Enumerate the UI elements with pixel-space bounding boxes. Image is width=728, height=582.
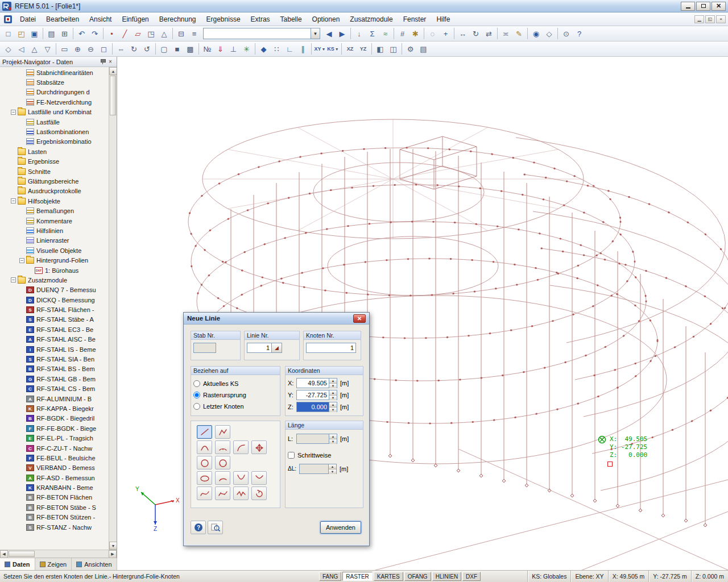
line-type-line-button[interactable] bbox=[197, 425, 212, 439]
dialog-close-icon[interactable]: ✕ bbox=[353, 314, 366, 323]
render-mode-button[interactable]: ⊙ bbox=[560, 27, 573, 40]
line-type-polyline-button[interactable] bbox=[215, 425, 230, 439]
select-all-button[interactable]: + bbox=[439, 27, 452, 40]
tree-item[interactable]: Lasten bbox=[0, 147, 109, 156]
spinner[interactable]: ▲▼ bbox=[329, 378, 337, 388]
line-type-ellipse-button[interactable] bbox=[197, 471, 212, 485]
tree-item[interactable]: Lastkombinationen bbox=[0, 127, 109, 136]
previous-selection-button[interactable]: ◀ bbox=[322, 27, 336, 40]
user-views-button[interactable]: ◇ bbox=[543, 27, 556, 40]
copy-model-button[interactable]: ⊞ bbox=[58, 27, 71, 40]
new-node-button[interactable]: • bbox=[105, 27, 118, 40]
results-button[interactable]: ≈ bbox=[379, 27, 392, 40]
tree-item[interactable]: Ergebnisse bbox=[0, 157, 109, 167]
menu-einfügen[interactable]: Einfügen bbox=[117, 13, 154, 26]
tree-item[interactable]: −Lastfälle und Kombinat bbox=[0, 107, 109, 117]
radio-input[interactable] bbox=[193, 403, 200, 410]
rotate-view-button[interactable]: ↻ bbox=[127, 43, 140, 56]
restore-button[interactable] bbox=[696, 2, 710, 11]
coordinate-system-button[interactable]: KS▼ bbox=[326, 43, 340, 56]
previous-view-button[interactable]: ↺ bbox=[140, 43, 154, 56]
tables-button[interactable]: ⊟ bbox=[175, 27, 188, 40]
tree-item[interactable]: GRF-STAHL GB - Bem bbox=[0, 374, 109, 384]
mdi-minimize-button[interactable]: ▁ bbox=[694, 15, 704, 23]
tree-item[interactable]: KKRANBAHN - Beme bbox=[0, 483, 109, 492]
move-copy-button[interactable]: ↔ bbox=[456, 27, 469, 40]
tree-item[interactable]: Glättungsbereiche bbox=[0, 176, 109, 186]
transparent-display-button[interactable]: ▩ bbox=[184, 43, 197, 56]
linie-nr-input[interactable] bbox=[247, 343, 272, 353]
minimize-button[interactable] bbox=[681, 2, 695, 11]
tree-expander-icon[interactable]: − bbox=[11, 110, 16, 115]
details-button[interactable] bbox=[208, 521, 223, 534]
snap-button[interactable]: ◆ bbox=[257, 43, 270, 56]
navigator-tab-ansichten[interactable]: Ansichten bbox=[72, 558, 117, 570]
tree-item[interactable]: Ergebniskombinatio bbox=[0, 137, 109, 147]
anwenden-button[interactable]: Anwenden bbox=[320, 521, 361, 534]
tree-item[interactable]: BRF-BETON Stäbe - S bbox=[0, 502, 109, 512]
line-type-circle-3-points-button[interactable] bbox=[215, 456, 230, 469]
new-surface-button[interactable]: ▱ bbox=[131, 27, 144, 40]
work-plane-button[interactable]: XY▼ bbox=[313, 43, 326, 56]
generate-model-button[interactable]: ✱ bbox=[409, 27, 422, 40]
grid-button[interactable]: ∷ bbox=[270, 43, 283, 56]
line-type-circle-button[interactable] bbox=[197, 456, 212, 469]
undo-button[interactable]: ↶ bbox=[75, 27, 88, 40]
save-file-button[interactable]: ▣ bbox=[28, 27, 41, 40]
close-button[interactable]: ✕ bbox=[712, 2, 726, 11]
view-in-y-button[interactable]: △ bbox=[28, 43, 41, 56]
new-support-button[interactable]: △ bbox=[158, 27, 171, 40]
tree-item[interactable]: CRF-C-ZU-T - Nachw bbox=[0, 443, 109, 453]
tree-item[interactable]: FE-Netzverdichtung bbox=[0, 97, 109, 107]
help-button[interactable]: ? bbox=[191, 521, 206, 534]
tree-item[interactable]: SRF-STANZ - Nachw bbox=[0, 522, 109, 532]
toggle-raster[interactable]: RASTER bbox=[342, 572, 373, 581]
guidelines-button[interactable]: ∥ bbox=[296, 43, 309, 56]
tree-item[interactable]: Hilfslinien bbox=[0, 226, 109, 235]
show-supports-button[interactable]: ⊥ bbox=[227, 43, 240, 56]
dropdown-icon[interactable]: ▼ bbox=[335, 47, 339, 51]
toggle-hlinien[interactable]: HLINIEN bbox=[432, 572, 461, 581]
tree-item[interactable]: −Hintergrund-Folien bbox=[0, 255, 109, 265]
view-combobox[interactable]: ▼ bbox=[203, 28, 320, 39]
navigator-tab-zeigen[interactable]: Zeigen bbox=[35, 558, 72, 570]
print-button[interactable]: ▤ bbox=[45, 27, 58, 40]
coordinate-input[interactable] bbox=[296, 390, 329, 400]
dialog-title-bar[interactable]: Neue Linie ✕ bbox=[184, 313, 369, 325]
zoom-window-button[interactable]: ▭ bbox=[58, 43, 71, 56]
tree-item[interactable]: Linienraster bbox=[0, 236, 109, 246]
menu-zusatzmodule[interactable]: Zusatzmodule bbox=[345, 13, 398, 26]
tree-item[interactable]: Durchdringungen d bbox=[0, 88, 109, 97]
rotate-button[interactable]: ↻ bbox=[469, 27, 482, 40]
tree-expander-icon[interactable]: − bbox=[11, 198, 16, 203]
tree-item[interactable]: ARF-ASD - Bemessun bbox=[0, 473, 109, 483]
tree-item[interactable]: SRF-STAHL Flächen - bbox=[0, 305, 109, 314]
radio-letzter-knoten[interactable]: Letzter Knoten bbox=[193, 401, 278, 412]
fe-mesh-button[interactable]: # bbox=[396, 27, 409, 40]
toggle-ofang[interactable]: OFANG bbox=[404, 572, 431, 581]
tree-expander-icon[interactable]: − bbox=[19, 258, 24, 263]
tree-item[interactable]: KRF-KAPPA - Biegekr bbox=[0, 404, 109, 413]
tree-item[interactable]: −Hilfsobjekte bbox=[0, 196, 109, 206]
redo-button[interactable]: ↷ bbox=[88, 27, 101, 40]
tree-horizontal-scrollbar[interactable]: ◀ ▶ bbox=[0, 550, 117, 558]
new-line-button[interactable]: ╱ bbox=[118, 27, 131, 40]
load-cases-button[interactable]: ↓ bbox=[353, 27, 366, 40]
coordinate-input[interactable] bbox=[296, 378, 329, 388]
coordinate-input[interactable] bbox=[296, 402, 329, 412]
tree-item[interactable]: BRF-STAHL BS - Bem bbox=[0, 364, 109, 374]
tree-item[interactable]: SRF-STAHL SIA - Ben bbox=[0, 354, 109, 364]
select-button[interactable]: ◌ bbox=[426, 27, 439, 40]
line-type-parabola-button[interactable] bbox=[233, 471, 249, 485]
menu-hilfe[interactable]: Hilfe bbox=[431, 13, 455, 26]
toggle-fang[interactable]: FANG bbox=[319, 572, 341, 581]
tree-item[interactable]: IRF-STAHL IS - Beme bbox=[0, 344, 109, 354]
menu-datei[interactable]: Datei bbox=[15, 13, 41, 26]
radio-input[interactable] bbox=[193, 392, 200, 398]
dimension-button[interactable]: ≍ bbox=[499, 27, 512, 40]
mdi-close-button[interactable]: × bbox=[716, 15, 726, 23]
menu-berechnung[interactable]: Berechnung bbox=[154, 13, 201, 26]
tree-item[interactable]: ARF-STAHL AISC - Be bbox=[0, 335, 109, 344]
tree-item[interactable]: Bemaßungen bbox=[0, 206, 109, 215]
tree-item[interactable]: Schnitte bbox=[0, 167, 109, 176]
